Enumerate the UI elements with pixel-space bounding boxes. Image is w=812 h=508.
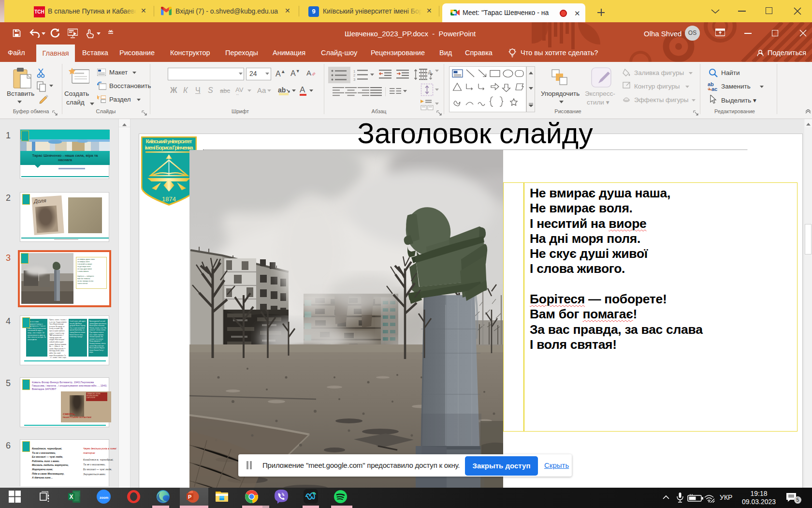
svg-text:А: А: [306, 69, 311, 77]
svg-text:1874: 1874: [162, 195, 176, 203]
svg-text:3: 3: [353, 77, 355, 81]
svg-text:P: P: [188, 494, 191, 500]
svg-text:A: A: [428, 69, 432, 76]
svg-text:Київський університет: Київський університет: [146, 138, 193, 144]
svg-text:ac: ac: [711, 86, 717, 91]
svg-text:X: X: [70, 493, 73, 500]
svg-text:імені Бориса Грінченка: імені Бориса Грінченка: [145, 145, 194, 150]
